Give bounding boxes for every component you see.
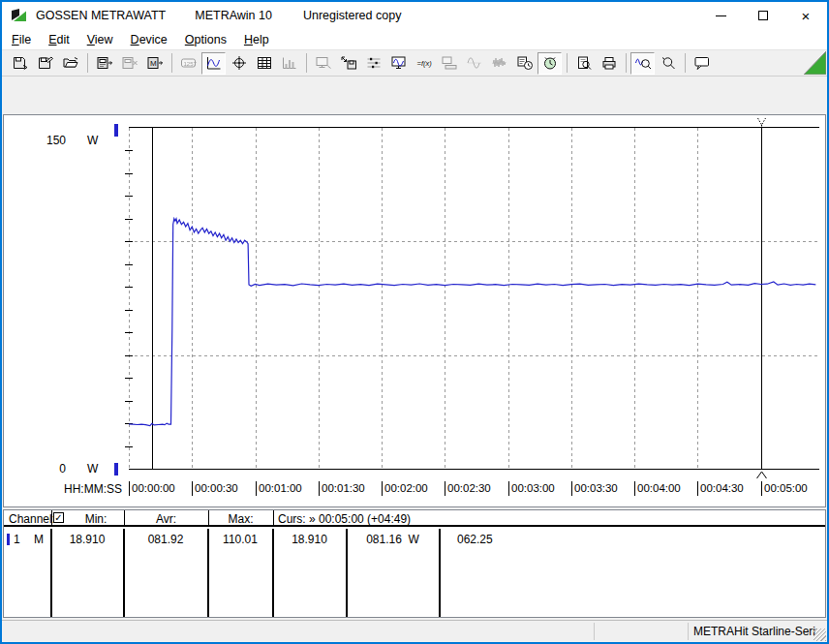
- header-cursor: Curs: » 00:05:00 (+04:49): [278, 512, 411, 526]
- export-disk-icon[interactable]: [336, 52, 360, 75]
- title-product-name: METRAwin 10: [195, 9, 272, 22]
- pc-device-icon[interactable]: [437, 52, 461, 75]
- info-strip: Trig:OFF Chan:123456789 Status:Browsing …: [2, 77, 827, 114]
- toolbar: M1257=f(x): [2, 50, 827, 77]
- x-tick-label: 00:01:00: [259, 482, 302, 494]
- x-tick-label: 00:02:00: [384, 482, 428, 494]
- channel-number: 1: [14, 533, 20, 546]
- channel-table-header: Channel: ✓ Min: Avr: Max: Curs: » 00:05:…: [4, 510, 825, 527]
- menu-view[interactable]: View: [79, 30, 121, 49]
- toolbar-separator: [306, 53, 307, 73]
- status-bar: METRAHit Starline-Seri: [2, 620, 827, 642]
- monitor-wave-icon[interactable]: [386, 52, 411, 75]
- x-tick-label: 00:01:30: [322, 482, 365, 494]
- formula-icon[interactable]: =f(x): [412, 52, 436, 75]
- device-read-icon[interactable]: [92, 52, 116, 75]
- x-tick-label: 00:05:00: [764, 482, 808, 494]
- close-button[interactable]: ×: [784, 2, 827, 29]
- value-cursor2-unit: W: [409, 533, 419, 546]
- y-axis-max-label: 150: [31, 134, 66, 147]
- channel-table-body: 1 M 18.910 081.92 110.01 18.910 081.16 W…: [4, 529, 825, 617]
- menu-file[interactable]: File: [4, 30, 39, 49]
- value-cursor-col3: 062.25: [457, 533, 493, 546]
- close-icon: ×: [802, 9, 811, 23]
- device-memory-icon[interactable]: M: [142, 52, 167, 75]
- y-axis-unit-bottom: W: [87, 462, 98, 475]
- x-tick-label: 00:03:30: [574, 482, 618, 494]
- toolbar-separator: [626, 53, 627, 73]
- channel-visible-checkbox[interactable]: ✓: [53, 512, 64, 523]
- value-cursor1: 18.910: [273, 533, 346, 546]
- cursor-2-bottom-marker-icon: [757, 472, 767, 478]
- metrawin-corner-logo-icon: [804, 51, 826, 75]
- svg-text:=f(x): =f(x): [416, 59, 432, 68]
- app-logo-icon: [11, 8, 27, 23]
- chart-plot-area[interactable]: [4, 115, 825, 506]
- header-min: Min:: [68, 512, 124, 526]
- open-file-icon[interactable]: [58, 52, 82, 75]
- toolbar-separator: [87, 53, 88, 73]
- x-tick-label: 00:02:30: [447, 482, 491, 494]
- wave-noise-icon[interactable]: [487, 52, 511, 75]
- menu-help[interactable]: Help: [236, 30, 277, 49]
- y-axis-min-label: 0: [31, 462, 66, 475]
- menu-options[interactable]: Options: [177, 30, 234, 49]
- header-max: Max:: [208, 512, 273, 526]
- table-view-icon[interactable]: [252, 52, 276, 75]
- maximize-button[interactable]: [742, 2, 784, 29]
- toolbar-separator: [171, 53, 172, 73]
- value-avr: 081.92: [124, 533, 207, 546]
- channel-axis-marker: [114, 124, 118, 137]
- channel-color-marker: [7, 534, 10, 545]
- wave-sine-icon[interactable]: [462, 52, 486, 75]
- cursor-2-top-marker-icon: [758, 118, 766, 128]
- statusbar-separator: [594, 623, 595, 640]
- toolbar-separator: [685, 53, 686, 73]
- title-bar[interactable]: GOSSEN METRAWATT METRAwin 10 Unregistere…: [2, 2, 827, 29]
- x-tick-label: 00:04:30: [700, 482, 744, 494]
- screen-transfer-icon[interactable]: [311, 52, 335, 75]
- header-avr: Avr:: [124, 512, 208, 526]
- y-axis-unit-top: W: [87, 134, 98, 147]
- minimize-icon: [716, 15, 726, 16]
- value-cursor2: 081.16 W: [347, 533, 439, 546]
- chart-panel: 150 W 0 W HH:MM:SS 00:00:00 00:00:30 00:…: [3, 114, 826, 507]
- print-icon[interactable]: [597, 52, 621, 75]
- device-clear-icon[interactable]: [117, 52, 141, 75]
- channel-settings-icon[interactable]: [361, 52, 385, 75]
- menu-edit[interactable]: Edit: [41, 30, 77, 49]
- time-sync-clock-icon[interactable]: [537, 52, 562, 75]
- title-app-name: GOSSEN METRAWATT: [36, 9, 166, 22]
- x-tick-label: 00:04:00: [637, 482, 681, 494]
- channel-mode: M: [34, 533, 44, 546]
- statusbar-separator: [688, 623, 689, 640]
- save-file-icon[interactable]: [8, 52, 32, 75]
- title-license-note: Unregistered copy: [303, 9, 401, 22]
- zoom-curve-icon[interactable]: [630, 52, 655, 75]
- x-tick-label: 00:00:00: [132, 482, 175, 494]
- power-trace-line: [129, 219, 815, 426]
- window-controls: ×: [699, 2, 827, 29]
- menu-bar: File Edit View Device Options Help: [2, 29, 827, 50]
- zoom-lens-icon[interactable]: [656, 52, 680, 75]
- header-channel: Channel:: [9, 512, 55, 526]
- minimize-button[interactable]: [699, 2, 742, 29]
- comment-icon[interactable]: [690, 52, 714, 75]
- toolbar-separator: [567, 53, 568, 73]
- save-as-icon[interactable]: [33, 52, 57, 75]
- x-tick-label: 00:03:00: [511, 482, 555, 494]
- value-max: 110.01: [208, 533, 272, 546]
- app-window: GOSSEN METRAWATT METRAwin 10 Unregistere…: [0, 0, 829, 644]
- resize-grip[interactable]: [814, 629, 826, 641]
- record-clock-icon[interactable]: [512, 52, 537, 75]
- svg-text:M: M: [150, 59, 157, 68]
- print-preview-icon[interactable]: [571, 52, 596, 75]
- analog-meter-view-icon[interactable]: [227, 52, 251, 75]
- device-model-label: METRAHit Starline-Seri: [693, 625, 815, 638]
- curve-view-icon[interactable]: [201, 52, 226, 75]
- multimeter-display-icon[interactable]: 1257: [176, 52, 200, 75]
- menu-device[interactable]: Device: [123, 30, 175, 49]
- value-min: 18.910: [51, 533, 123, 546]
- bargraph-view-icon[interactable]: [277, 52, 301, 75]
- svg-text:1257: 1257: [183, 61, 197, 67]
